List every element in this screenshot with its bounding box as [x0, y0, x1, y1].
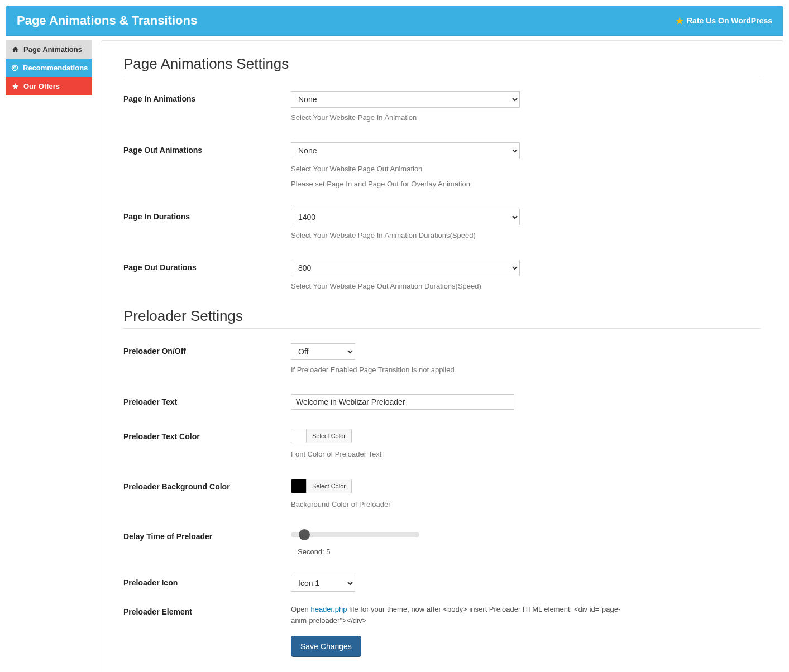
sidebar-item-label: Page Animations	[23, 45, 82, 54]
sidebar-item-page-animations[interactable]: Page Animations	[6, 40, 92, 59]
input-preloader-text[interactable]	[291, 394, 514, 410]
sidebar: Page Animations Recommendations Our Offe…	[6, 40, 92, 672]
row-page-in-durations: Page In Durations 1400 Select Your Websi…	[123, 202, 761, 253]
color-swatch-bg	[291, 479, 306, 493]
row-preloader-icon: Preloader Icon Icon 1	[123, 568, 761, 604]
rate-us-link[interactable]: ★ Rate Us On WordPress	[676, 16, 772, 26]
row-page-in-animations: Page In Animations None Select Your Webs…	[123, 84, 761, 136]
star-icon	[11, 83, 19, 90]
save-button[interactable]: Save Changes	[291, 636, 361, 657]
star-icon: ★	[676, 16, 683, 26]
label-page-in-animations: Page In Animations	[123, 91, 280, 103]
color-picker-bg[interactable]: Select Color	[291, 479, 352, 493]
row-preloader-bg-color: Preloader Background Color Select Color …	[123, 472, 761, 522]
label-page-out-durations: Page Out Durations	[123, 260, 280, 272]
slider-thumb[interactable]	[299, 529, 310, 540]
divider	[123, 328, 761, 329]
row-preloader-onoff: Preloader On/Off Off If Preloader Enable…	[123, 337, 761, 388]
slider-delay[interactable]	[291, 532, 419, 537]
sidebar-item-label: Recommendations	[23, 64, 88, 72]
slider-value-label: Second: 5	[298, 548, 637, 556]
color-picker-text-label: Select Color	[306, 429, 351, 443]
life-ring-icon	[11, 64, 18, 71]
svg-point-0	[12, 65, 18, 71]
svg-point-1	[13, 66, 16, 69]
label-page-in-durations: Page In Durations	[123, 209, 280, 221]
help-preloader-text-color: Font Color of Preloader Text	[291, 449, 637, 460]
row-page-out-animations: Page Out Animations None Select Your Web…	[123, 136, 761, 202]
label-preloader-onoff: Preloader On/Off	[123, 343, 280, 356]
row-delay-time: Delay Time of Preloader Second: 5	[123, 522, 761, 568]
color-picker-text[interactable]: Select Color	[291, 429, 352, 443]
rate-us-label: Rate Us On WordPress	[687, 16, 772, 25]
section-title-page-animations: Page Animations Settings	[123, 55, 761, 73]
label-delay-time: Delay Time of Preloader	[123, 529, 280, 541]
color-picker-bg-label: Select Color	[306, 479, 351, 493]
help-page-out-animations: Select Your Website Page Out Animation	[291, 164, 637, 175]
help2-page-out-animations: Please set Page In and Page Out for Over…	[291, 179, 637, 190]
select-page-out-animations[interactable]: None	[291, 142, 520, 159]
header-bar: Page Animations & Transitions ★ Rate Us …	[6, 6, 783, 36]
preloader-element-instructions: Open header.php file for your theme, now…	[291, 604, 637, 626]
help-page-out-durations: Select Your Website Page Out Animation D…	[291, 281, 637, 292]
sidebar-item-recommendations[interactable]: Recommendations	[6, 59, 92, 77]
color-swatch-text	[291, 429, 306, 443]
label-preloader-bg-color: Preloader Background Color	[123, 479, 280, 491]
row-preloader-element: Preloader Element Open header.php file f…	[123, 604, 761, 669]
select-page-out-durations[interactable]: 800	[291, 260, 520, 276]
sidebar-item-our-offers[interactable]: Our Offers	[6, 77, 92, 95]
label-preloader-element: Preloader Element	[123, 604, 280, 616]
page-title: Page Animations & Transitions	[17, 13, 197, 28]
help-preloader-bg-color: Background Color of Preloader	[291, 499, 637, 510]
select-page-in-durations[interactable]: 1400	[291, 209, 520, 225]
help-page-in-durations: Select Your Website Page In Animation Du…	[291, 230, 637, 241]
help-page-in-animations: Select Your Website Page In Animation	[291, 112, 637, 123]
select-preloader-icon[interactable]: Icon 1	[291, 575, 355, 592]
help-preloader-onoff: If Preloader Enabled Page Transition is …	[291, 364, 637, 376]
sidebar-item-label: Our Offers	[23, 82, 60, 90]
section-title-preloader: Preloader Settings	[123, 308, 761, 325]
label-preloader-text: Preloader Text	[123, 394, 280, 406]
home-icon	[11, 46, 19, 53]
label-preloader-text-color: Preloader Text Color	[123, 429, 280, 441]
label-preloader-icon: Preloader Icon	[123, 575, 280, 587]
select-preloader-onoff[interactable]: Off	[291, 343, 355, 360]
settings-panel: Page Animations Settings Page In Animati…	[101, 40, 783, 672]
select-page-in-animations[interactable]: None	[291, 91, 520, 108]
row-preloader-text-color: Preloader Text Color Select Color Font C…	[123, 422, 761, 472]
label-page-out-animations: Page Out Animations	[123, 142, 280, 155]
divider	[123, 76, 761, 76]
header-php-link[interactable]: header.php	[310, 605, 347, 613]
row-page-out-durations: Page Out Durations 800 Select Your Websi…	[123, 253, 761, 304]
row-preloader-text: Preloader Text	[123, 387, 761, 422]
